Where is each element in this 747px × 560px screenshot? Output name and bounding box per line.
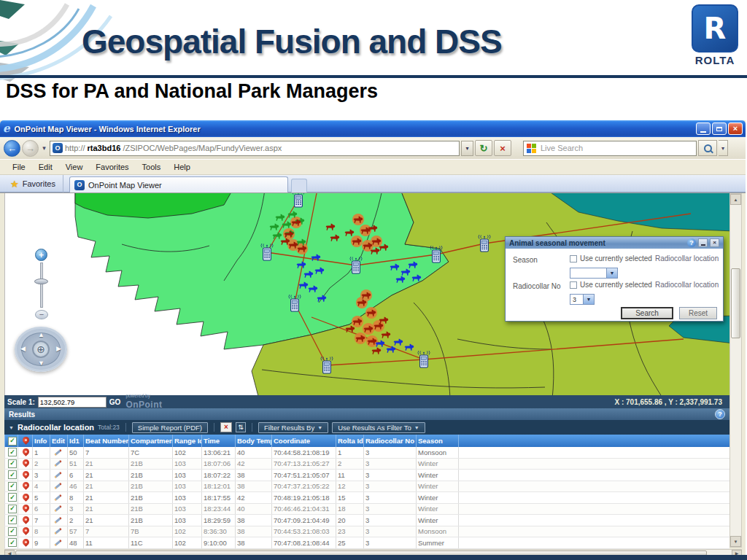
table-row[interactable]: ✓ 4 46 21 21B 103 18:12:01 38 70:47:37.2… [4,481,729,493]
dialog-help-icon[interactable]: ? [687,238,696,247]
edit-pencil-icon[interactable] [54,483,61,489]
forward-button[interactable]: → [22,140,39,157]
radiocollar-no-dropdown[interactable]: 3 ▼ [570,294,595,305]
menu-tools[interactable]: Tools [136,160,168,174]
edit-pencil-icon[interactable] [54,540,61,546]
row-pin-icon[interactable] [21,537,31,547]
minimize-button[interactable] [696,122,711,135]
season-use-selected-checkbox[interactable] [570,255,577,262]
results-help-icon[interactable]: ? [715,409,725,419]
scale-go-button[interactable]: GO [109,398,121,406]
edit-pencil-icon[interactable] [54,449,61,456]
search-options-dropdown[interactable]: ▾ [719,140,728,156]
row-pin-icon[interactable] [21,526,31,536]
vertical-scroll-thumb[interactable] [731,268,740,338]
pan-right-arrow[interactable]: ▶ [56,346,61,352]
column-header-rolta-id[interactable]: Rolta Id [336,435,363,447]
table-row[interactable]: ✓ 2 51 21 21B 103 18:07:06 42 70:47:13.2… [4,459,729,470]
column-header-compartment[interactable]: Compartment [128,435,172,447]
zoom-slider-handle[interactable] [34,279,48,284]
season-dropdown[interactable]: ▼ [570,268,618,279]
search-go-button[interactable] [698,140,717,156]
pan-up-arrow[interactable]: ▲ [38,332,44,338]
row-checkbox[interactable]: ✓ [8,493,17,502]
column-header-body-temp[interactable]: Body Temp [235,435,271,447]
restore-button[interactable] [712,122,727,135]
table-row[interactable]: ✓ 9 48 11 11C 102 9:10:00 38 70:47:08.21… [4,537,729,549]
column-header-coordinate[interactable]: Coordinate [271,435,336,447]
live-search-box[interactable]: Live Search [523,141,697,156]
dropdown-arrow-icon[interactable]: ▼ [606,268,617,278]
new-tab-stub[interactable] [291,179,307,192]
table-row[interactable]: ✓ 1 50 7 7C 102 13:06:21 40 70:44:58.21:… [4,447,729,459]
row-checkbox[interactable]: ✓ [8,538,17,547]
sort-results-button[interactable]: ⇅ [236,422,246,432]
row-pin-icon[interactable] [21,504,31,513]
pan-down-arrow[interactable]: ▼ [38,360,44,367]
zoom-out-button[interactable]: − [35,310,48,319]
menu-help[interactable]: Help [167,160,197,174]
row-checkbox[interactable]: ✓ [8,516,17,524]
reset-button[interactable]: Reset [679,307,717,319]
table-row[interactable]: ✓ 5 8 21 21B 103 18:17:55 42 70:48:19.21… [4,492,729,504]
table-row[interactable]: ✓ 7 2 21 21B 103 18:29:59 38 70:47:09.21… [4,515,729,526]
select-all-checkbox[interactable]: ✓ [8,437,17,446]
row-checkbox[interactable]: ✓ [8,482,17,491]
menu-edit[interactable]: Edit [32,160,59,174]
row-checkbox[interactable]: ✓ [8,448,17,456]
table-row[interactable]: ✓ 6 3 21 21B 103 18:23:44 40 70:46:46.21… [4,504,729,516]
edit-pencil-icon[interactable] [54,528,61,534]
pan-home-button[interactable]: ⊕ [32,341,50,358]
url-field[interactable]: O http://rta3bd16/ZSIPOC/WebPages/Map/Fu… [50,141,460,156]
stop-button[interactable]: × [494,140,511,156]
filter-results-by-button[interactable]: Filter Results By▼ [258,422,328,433]
tab-onpoint-map-viewer[interactable]: O OnPoint Map Viewer [69,176,288,192]
vertical-scrollbar[interactable]: ▲ ▼ [729,193,742,548]
locate-all-pin-icon[interactable] [21,435,31,445]
scale-input[interactable] [38,397,107,408]
radiocollar-use-selected-checkbox[interactable] [570,281,577,289]
pan-compass-control[interactable]: ▲ ▼ ◀ ▶ ⊕ [15,327,67,372]
column-header-edit[interactable]: Edit [50,435,67,447]
row-pin-icon[interactable] [21,492,31,502]
collapse-group-icon[interactable]: ▼ [9,425,14,430]
column-header-beat-number[interactable]: Beat Number [83,435,128,447]
dialog-minimize-button[interactable] [698,238,708,247]
row-pin-icon[interactable] [21,447,31,456]
column-header-info[interactable]: Info [32,435,50,447]
refresh-button[interactable]: ↻ [475,140,492,156]
row-pin-icon[interactable] [21,515,31,524]
row-checkbox[interactable]: ✓ [8,470,17,479]
menu-view[interactable]: View [59,160,90,174]
edit-pencil-icon[interactable] [54,505,61,512]
history-dropdown-icon[interactable]: ▾ [40,144,48,152]
column-header-time[interactable]: Time [201,435,235,447]
use-results-as-filter-button[interactable]: Use Results As Filter To▼ [332,422,425,433]
table-row[interactable]: ✓ 8 57 7 7B 102 8:36:30 38 70:44:53.21:0… [4,526,729,538]
column-header-radiocollar-no[interactable]: Radiocollar No [363,435,416,447]
scroll-down-button[interactable]: ▼ [730,536,741,547]
table-row[interactable]: ✓ 3 6 21 21B 103 18:07:22 38 70:47:51.21… [4,470,729,481]
column-header-range-id[interactable]: Range Id [172,435,201,447]
zoom-slider-track[interactable] [40,262,43,308]
row-pin-icon[interactable] [21,470,31,479]
search-button[interactable]: Search [621,307,673,319]
url-dropdown-button[interactable]: ▾ [461,141,473,156]
edit-pencil-icon[interactable] [54,472,61,478]
edit-pencil-icon[interactable] [54,517,61,524]
menu-file[interactable]: File [6,160,32,174]
dialog-close-button[interactable]: × [710,238,719,247]
simple-report-button[interactable]: Simple Report (PDF) [132,422,208,433]
row-checkbox[interactable]: ✓ [8,459,17,468]
back-button[interactable]: ← [4,140,20,157]
season-radiocollar-location-link[interactable]: Radiocollar location [655,254,719,262]
edit-pencil-icon[interactable] [54,494,61,501]
column-header-id1[interactable]: Id1 [67,435,83,447]
row-checkbox[interactable]: ✓ [8,505,17,513]
dropdown-arrow-icon[interactable]: ▼ [583,295,594,304]
zoom-in-button[interactable]: + [35,249,47,261]
row-pin-icon[interactable] [21,459,31,468]
column-header-season[interactable]: Season [416,435,458,447]
row-pin-icon[interactable] [21,481,31,491]
edit-pencil-icon[interactable] [54,460,61,467]
